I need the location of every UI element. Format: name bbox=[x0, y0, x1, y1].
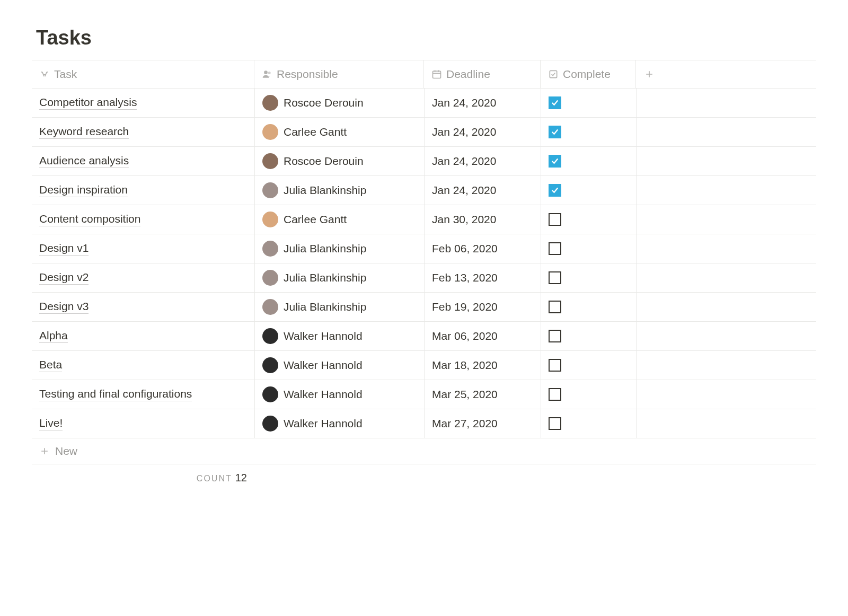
complete-checkbox[interactable] bbox=[549, 330, 561, 342]
deadline-cell[interactable]: Mar 06, 2020 bbox=[424, 322, 541, 350]
responsible-name: Julia Blankinship bbox=[284, 301, 366, 313]
complete-cell[interactable] bbox=[541, 293, 636, 321]
task-cell[interactable]: Alpha bbox=[32, 322, 254, 350]
task-cell[interactable]: Design v2 bbox=[32, 263, 254, 292]
row-trailing-cell bbox=[636, 380, 662, 409]
task-cell[interactable]: Design v3 bbox=[32, 293, 254, 321]
column-header-complete[interactable]: Complete bbox=[541, 60, 636, 88]
svg-point-0 bbox=[264, 71, 268, 74]
complete-checkbox[interactable] bbox=[549, 417, 561, 430]
deadline-value: Mar 18, 2020 bbox=[432, 359, 498, 372]
deadline-cell[interactable]: Jan 24, 2020 bbox=[424, 147, 541, 175]
row-trailing-cell bbox=[636, 205, 662, 234]
complete-checkbox[interactable] bbox=[549, 155, 561, 168]
svg-rect-2 bbox=[433, 71, 441, 78]
avatar bbox=[262, 124, 278, 140]
add-column-button[interactable] bbox=[636, 60, 662, 88]
responsible-cell[interactable]: Julia Blankinship bbox=[254, 176, 424, 205]
responsible-cell[interactable]: Walker Hannold bbox=[254, 351, 424, 380]
row-trailing-cell bbox=[636, 147, 662, 175]
complete-checkbox[interactable] bbox=[549, 301, 561, 313]
row-trailing-cell bbox=[636, 234, 662, 263]
deadline-value: Mar 25, 2020 bbox=[432, 388, 498, 401]
responsible-cell[interactable]: Julia Blankinship bbox=[254, 234, 424, 263]
complete-checkbox[interactable] bbox=[549, 359, 561, 372]
complete-checkbox[interactable] bbox=[549, 213, 561, 226]
responsible-cell[interactable]: Carlee Gantt bbox=[254, 118, 424, 146]
plus-icon bbox=[39, 446, 50, 456]
complete-checkbox[interactable] bbox=[549, 388, 561, 401]
complete-checkbox[interactable] bbox=[549, 271, 561, 284]
avatar bbox=[262, 95, 278, 111]
deadline-cell[interactable]: Mar 25, 2020 bbox=[424, 380, 541, 409]
responsible-cell[interactable]: Walker Hannold bbox=[254, 322, 424, 350]
responsible-cell[interactable]: Walker Hannold bbox=[254, 409, 424, 438]
table-footer: COUNT 12 bbox=[32, 464, 816, 491]
table-row: Keyword researchCarlee GanttJan 24, 2020 bbox=[32, 118, 816, 147]
complete-cell[interactable] bbox=[541, 205, 636, 234]
avatar bbox=[262, 182, 278, 198]
task-cell[interactable]: Design inspiration bbox=[32, 176, 254, 205]
complete-checkbox[interactable] bbox=[549, 184, 561, 197]
deadline-value: Mar 27, 2020 bbox=[432, 417, 498, 430]
deadline-cell[interactable]: Jan 24, 2020 bbox=[424, 176, 541, 205]
deadline-cell[interactable]: Jan 30, 2020 bbox=[424, 205, 541, 234]
column-header-deadline[interactable]: Deadline bbox=[424, 60, 541, 88]
deadline-cell[interactable]: Feb 13, 2020 bbox=[424, 263, 541, 292]
task-cell[interactable]: Beta bbox=[32, 351, 254, 380]
deadline-value: Feb 13, 2020 bbox=[432, 271, 498, 284]
deadline-cell[interactable]: Feb 06, 2020 bbox=[424, 234, 541, 263]
task-cell[interactable]: Live! bbox=[32, 409, 254, 438]
complete-checkbox[interactable] bbox=[549, 96, 561, 109]
task-title: Audience analysis bbox=[39, 154, 129, 168]
complete-cell[interactable] bbox=[541, 380, 636, 409]
task-cell[interactable]: Competitor analysis bbox=[32, 89, 254, 117]
deadline-cell[interactable]: Feb 19, 2020 bbox=[424, 293, 541, 321]
complete-checkbox[interactable] bbox=[549, 126, 561, 138]
column-header-task[interactable]: Task bbox=[32, 60, 254, 88]
responsible-cell[interactable]: Walker Hannold bbox=[254, 380, 424, 409]
complete-cell[interactable] bbox=[541, 176, 636, 205]
complete-cell[interactable] bbox=[541, 147, 636, 175]
count-summary[interactable]: COUNT 12 bbox=[32, 472, 254, 484]
complete-cell[interactable] bbox=[541, 118, 636, 146]
task-title: Testing and final configurations bbox=[39, 388, 192, 401]
complete-checkbox[interactable] bbox=[549, 242, 561, 255]
column-header-responsible[interactable]: Responsible bbox=[254, 60, 424, 88]
complete-cell[interactable] bbox=[541, 234, 636, 263]
task-cell[interactable]: Keyword research bbox=[32, 118, 254, 146]
task-cell[interactable]: Content composition bbox=[32, 205, 254, 234]
complete-cell[interactable] bbox=[541, 351, 636, 380]
deadline-value: Jan 24, 2020 bbox=[432, 184, 496, 197]
table-row: Testing and final configurationsWalker H… bbox=[32, 380, 816, 409]
table-row: Live!Walker HannoldMar 27, 2020 bbox=[32, 409, 816, 438]
complete-cell[interactable] bbox=[541, 409, 636, 438]
task-title: Design v3 bbox=[39, 300, 89, 314]
task-cell[interactable]: Testing and final configurations bbox=[32, 380, 254, 409]
deadline-cell[interactable]: Mar 27, 2020 bbox=[424, 409, 541, 438]
deadline-cell[interactable]: Jan 24, 2020 bbox=[424, 118, 541, 146]
deadline-cell[interactable]: Jan 24, 2020 bbox=[424, 89, 541, 117]
responsible-cell[interactable]: Julia Blankinship bbox=[254, 293, 424, 321]
table-row: Competitor analysisRoscoe DerouinJan 24,… bbox=[32, 89, 816, 118]
complete-cell[interactable] bbox=[541, 89, 636, 117]
row-trailing-cell bbox=[636, 293, 662, 321]
responsible-name: Walker Hannold bbox=[284, 359, 363, 372]
responsible-cell[interactable]: Julia Blankinship bbox=[254, 263, 424, 292]
task-cell[interactable]: Design v1 bbox=[32, 234, 254, 263]
responsible-cell[interactable]: Roscoe Derouin bbox=[254, 147, 424, 175]
task-title: Content composition bbox=[39, 213, 140, 226]
complete-cell[interactable] bbox=[541, 263, 636, 292]
responsible-cell[interactable]: Roscoe Derouin bbox=[254, 89, 424, 117]
task-cell[interactable]: Audience analysis bbox=[32, 147, 254, 175]
new-row-button[interactable]: New bbox=[32, 438, 816, 464]
responsible-name: Julia Blankinship bbox=[284, 184, 366, 197]
responsible-cell[interactable]: Carlee Gantt bbox=[254, 205, 424, 234]
column-header-label: Complete bbox=[563, 68, 611, 81]
responsible-name: Carlee Gantt bbox=[284, 213, 347, 226]
complete-cell[interactable] bbox=[541, 322, 636, 350]
text-icon bbox=[39, 69, 50, 80]
responsible-name: Julia Blankinship bbox=[284, 242, 366, 255]
tasks-table: Task Responsible Deadline Complete Comp bbox=[32, 60, 816, 491]
deadline-cell[interactable]: Mar 18, 2020 bbox=[424, 351, 541, 380]
